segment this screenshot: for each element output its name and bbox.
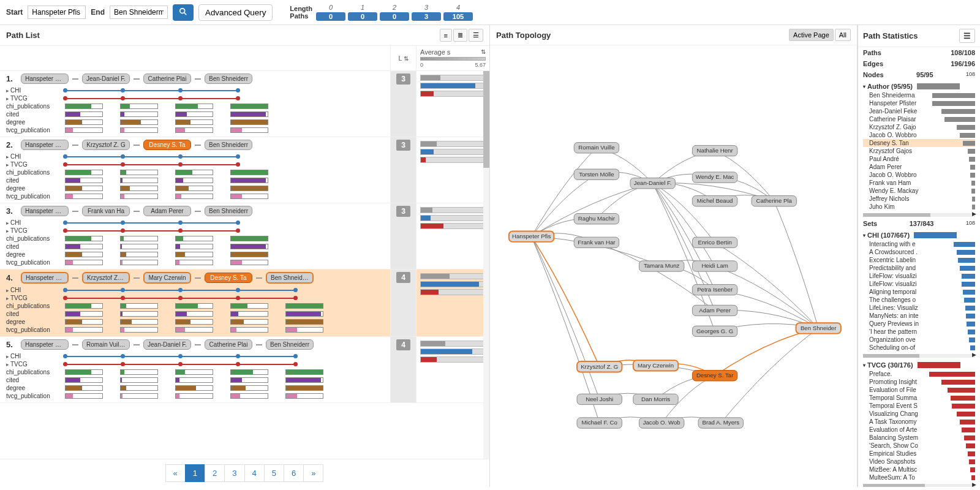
topo-node[interactable]: Dan Morris xyxy=(633,394,678,404)
topo-node[interactable]: Desney S. Tar xyxy=(692,371,737,381)
stat-item[interactable]: ManyNets: an inte xyxy=(863,312,975,320)
topo-node[interactable]: Romain Vuille xyxy=(574,143,619,153)
topo-node[interactable]: Enrico Bertin xyxy=(692,237,737,247)
advanced-query-button[interactable]: Advanced Query xyxy=(198,4,273,21)
attr-label[interactable]: ▸CHI xyxy=(6,353,61,360)
scrollbar[interactable]: ▶ xyxy=(863,213,975,217)
path-node[interactable]: Jean-Daniel F. xyxy=(143,339,191,350)
topo-node[interactable]: Petra Isenber xyxy=(692,284,737,295)
all-button[interactable]: All xyxy=(835,29,851,41)
path-entry[interactable]: 3.Hanspeter PfisFrank van HaAdam PererBe… xyxy=(0,203,489,270)
stat-item[interactable]: Krzysztof Gajos xyxy=(863,147,975,155)
stat-item[interactable]: Adam Perer xyxy=(863,163,975,171)
stat-item[interactable]: Jacob O. Wobbro xyxy=(863,171,975,179)
stat-section-header[interactable]: ▾Author (95/95) xyxy=(863,81,975,91)
stat-item[interactable]: Evaluation of File xyxy=(863,386,975,394)
stat-item[interactable]: LifeLines: Visualiz xyxy=(863,304,975,312)
length-count-pill[interactable]: 0 xyxy=(380,12,409,21)
topo-node[interactable]: Mary Czerwin xyxy=(633,360,678,371)
stat-item[interactable]: Temporal Event S xyxy=(863,402,975,410)
stat-item[interactable]: Jean-Daniel Feke xyxy=(863,107,975,115)
topo-node[interactable]: Torsten Mölle xyxy=(574,169,619,179)
topo-node[interactable]: Frank van Har xyxy=(574,237,619,247)
topo-node[interactable]: Jean-Daniel F. xyxy=(630,178,675,189)
path-node[interactable]: Adam Perer xyxy=(143,206,191,216)
stat-item[interactable]: A Crowdsourced . xyxy=(863,248,975,256)
stat-item[interactable]: Paul André xyxy=(863,155,975,163)
path-node[interactable]: Frank van Ha xyxy=(82,206,130,216)
path-node[interactable]: Hanspeter Pfis xyxy=(21,206,69,216)
attr-label[interactable]: ▸CHI xyxy=(6,287,61,293)
topo-node[interactable]: Krzysztof Z. G xyxy=(577,361,622,372)
path-node[interactable]: Mary Czerwin xyxy=(143,272,191,284)
stat-item[interactable]: MulteeSum: A To xyxy=(863,473,975,481)
length-count-pill[interactable]: 105 xyxy=(443,12,473,21)
stat-item[interactable]: The challenges o xyxy=(863,296,975,304)
stat-item[interactable]: Query Previews in xyxy=(863,320,975,328)
stat-item[interactable]: LifeFlow: visualizi xyxy=(863,280,975,288)
topo-node[interactable]: Nathalie Henr xyxy=(692,145,737,156)
attr-label[interactable]: ▸TVCG xyxy=(6,161,61,168)
page-button[interactable]: 3 xyxy=(224,464,244,482)
page-button[interactable]: 4 xyxy=(244,464,265,482)
active-page-button[interactable]: Active Page xyxy=(789,29,834,41)
path-node[interactable]: Hanspeter Pfis xyxy=(21,272,69,284)
stat-item[interactable]: Scheduling on-of xyxy=(863,344,975,352)
page-button[interactable]: » xyxy=(303,464,323,482)
stat-item[interactable]: Excentric Labelin xyxy=(863,256,975,264)
search-button[interactable] xyxy=(173,4,194,21)
stat-item[interactable]: Preface. xyxy=(863,370,975,378)
path-node[interactable]: Krzysztof Z. G xyxy=(82,272,130,284)
page-button[interactable]: 5 xyxy=(264,464,284,482)
topo-node[interactable]: Michel Beaud xyxy=(692,196,737,206)
path-node[interactable]: Krzysztof Z. G xyxy=(82,140,130,150)
path-node[interactable]: Hanspeter Pfis xyxy=(21,339,69,350)
path-entry[interactable]: 4.Hanspeter PfisKrzysztof Z. GMary Czerw… xyxy=(0,270,489,337)
col-avg-header[interactable]: Average s⇅ 05.67 xyxy=(416,46,489,70)
path-node[interactable]: Desney S. Ta xyxy=(205,273,252,283)
stat-section-header[interactable]: ▾CHI (107/667) xyxy=(863,230,975,240)
length-count-pill[interactable]: 0 xyxy=(348,12,377,21)
stat-item[interactable]: 'I hear the pattern xyxy=(863,328,975,336)
length-count-pill[interactable]: 0 xyxy=(316,12,345,21)
path-entry[interactable]: 5.Hanspeter PfisRomain VuillerJean-Danie… xyxy=(0,337,489,403)
path-entry[interactable]: 1.Hanspeter PfisJean-Daniel F.Catherine … xyxy=(0,71,489,137)
topology-graph[interactable]: Hanspeter PfisRomain VuilleTorsten Mölle… xyxy=(490,45,857,487)
stat-item[interactable]: Visualizing Chang xyxy=(863,410,975,418)
topo-node[interactable]: Neel Joshi xyxy=(577,394,622,404)
stat-item[interactable]: Interacting with e xyxy=(863,240,975,248)
stat-item[interactable]: Predictability and xyxy=(863,264,975,272)
attr-label[interactable]: ▸CHI xyxy=(6,87,61,94)
page-button[interactable]: « xyxy=(165,464,186,482)
path-node[interactable]: Catherine Plai xyxy=(205,339,252,350)
path-entry[interactable]: 2.Hanspeter PfisKrzysztof Z. GDesney S. … xyxy=(0,137,489,203)
attr-label[interactable]: ▸CHI xyxy=(6,153,61,160)
topo-node[interactable]: Wendy E. Mac xyxy=(692,172,737,183)
page-button[interactable]: 6 xyxy=(284,464,304,482)
stat-item[interactable]: Frank van Ham xyxy=(863,179,975,187)
stat-item[interactable]: Juho Kim xyxy=(863,203,975,211)
topo-node[interactable]: Heidi Lam xyxy=(692,261,737,271)
topo-node[interactable]: Hanspeter Pfis xyxy=(509,231,554,241)
align-center-button[interactable]: ≣ xyxy=(453,29,467,42)
align-left-button[interactable]: ≡ xyxy=(440,29,452,42)
page-button[interactable]: 2 xyxy=(205,464,225,482)
topo-node[interactable]: Michael F. Co xyxy=(577,418,622,428)
path-node[interactable]: Catherine Plai xyxy=(143,74,191,84)
stat-item[interactable]: Aligning temporal xyxy=(863,288,975,296)
attr-label[interactable]: ▸TVCG xyxy=(6,295,61,301)
attr-label[interactable]: ▸CHI xyxy=(6,219,61,226)
scrollbar[interactable] xyxy=(483,71,489,459)
stat-item[interactable]: Empirical Studies xyxy=(863,450,975,458)
stat-item[interactable]: Temporal Summa xyxy=(863,394,975,402)
path-node[interactable]: Ben Shneiderr xyxy=(205,140,252,150)
stat-item[interactable]: Evaluation of Arte xyxy=(863,426,975,434)
topo-node[interactable]: Brad A. Myers xyxy=(698,418,743,428)
menu-icon[interactable]: ☰ xyxy=(959,29,975,43)
stat-section-header[interactable]: ▾TVCG (30/176) xyxy=(863,360,975,370)
stat-item[interactable]: LifeFlow: visualizi xyxy=(863,272,975,280)
stat-item[interactable]: Video Snapshots xyxy=(863,458,975,466)
topo-node[interactable]: Georges G. G xyxy=(692,326,737,336)
topo-node[interactable]: Jacob O. Wob xyxy=(639,418,684,428)
path-node[interactable]: Ben Shneiderr xyxy=(205,206,252,216)
